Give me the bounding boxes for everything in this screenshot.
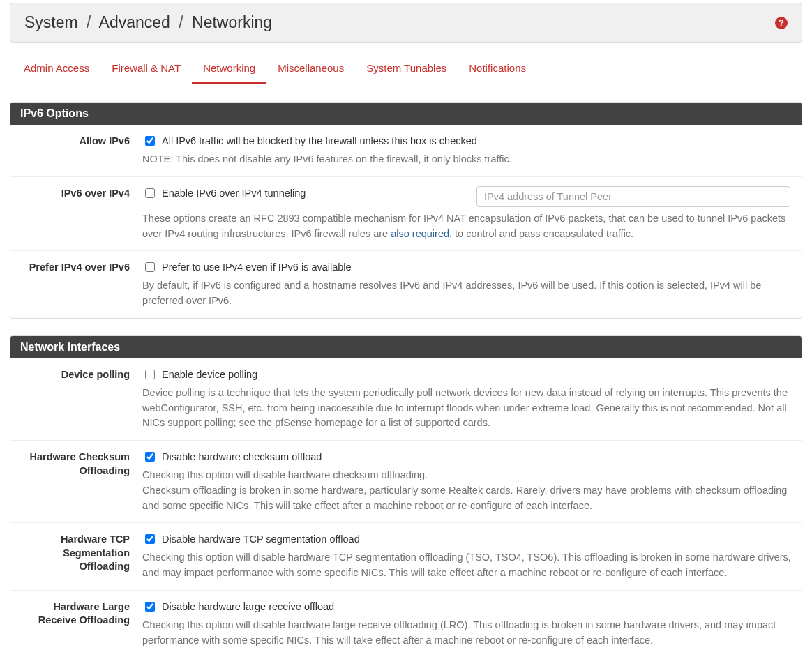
checkbox-wrap-prefer-ipv4[interactable]: Prefer to use IPv4 even if IPv6 is avail… (142, 260, 792, 274)
label-hw-lro: Hardware Large Receive Offloading (20, 600, 142, 628)
checkbox-prefer-ipv4[interactable] (145, 262, 155, 272)
checkbox-hw-tso[interactable] (145, 534, 155, 544)
breadcrumb-item-networking[interactable]: Networking (192, 13, 272, 31)
breadcrumb-separator: / (174, 13, 187, 31)
help-ipv6-over-ipv4: These options create an RFC 2893 compati… (142, 211, 792, 242)
checkbox-label-prefer-ipv4: Prefer to use IPv4 even if IPv6 is avail… (162, 261, 352, 273)
page-header: System / Advanced / Networking ? (10, 3, 802, 43)
label-device-polling: Device polling (20, 367, 142, 382)
help-hw-checksum-line1: Checking this option will disable hardwa… (142, 469, 428, 480)
row-hw-tso: Hardware TCP Segmentation Offloading Dis… (10, 522, 802, 590)
checkbox-label-hw-checksum: Disable hardware checksum offload (162, 451, 322, 462)
checkbox-wrap-ipv6-over-ipv4[interactable]: Enable IPv6 over IPv4 tunneling (142, 186, 456, 200)
help-device-polling: Device polling is a technique that lets … (142, 386, 792, 431)
label-allow-ipv6: Allow IPv6 (20, 134, 142, 149)
tab-bar: Admin Access Firewall & NAT Networking M… (10, 43, 802, 85)
help-hw-tso: Checking this option will disable hardwa… (142, 550, 792, 581)
help-prefer-ipv4: By default, if IPv6 is configured and a … (142, 278, 792, 309)
label-ipv6-over-ipv4: IPv6 over IPv4 (20, 186, 142, 201)
breadcrumb-item-advanced[interactable]: Advanced (99, 13, 170, 31)
help-hw-checksum: Checking this option will disable hardwa… (142, 468, 792, 513)
tab-firewall-nat[interactable]: Firewall & NAT (100, 55, 192, 84)
input-tunnel-peer-address[interactable] (476, 186, 790, 207)
checkbox-allow-ipv6[interactable] (145, 136, 155, 146)
checkbox-wrap-hw-tso[interactable]: Disable hardware TCP segmentation offloa… (142, 532, 792, 546)
row-ipv6-over-ipv4: IPv6 over IPv4 Enable IPv6 over IPv4 tun… (10, 176, 802, 251)
panel-network-interfaces: Network Interfaces Device polling Enable… (10, 335, 802, 652)
checkbox-wrap-allow-ipv6[interactable]: All IPv6 traffic will be blocked by the … (142, 134, 792, 148)
label-hw-checksum: Hardware Checksum Offloading (20, 450, 142, 478)
row-hw-lro: Hardware Large Receive Offloading Disabl… (10, 590, 802, 652)
help-hw-lro: Checking this option will disable hardwa… (142, 618, 792, 649)
panel-header-ipv6: IPv6 Options (10, 103, 802, 125)
breadcrumb-item-system[interactable]: System (24, 13, 78, 31)
panel-header-network-interfaces: Network Interfaces (10, 336, 802, 358)
checkbox-ipv6-over-ipv4[interactable] (145, 188, 155, 198)
link-also-required[interactable]: also required (391, 228, 449, 239)
checkbox-hw-checksum[interactable] (145, 452, 155, 462)
help-icon[interactable]: ? (775, 17, 788, 29)
help-allow-ipv6: NOTE: This does not disable any IPv6 fea… (142, 152, 792, 167)
tab-admin-access[interactable]: Admin Access (13, 55, 100, 84)
checkbox-label-ipv6-over-ipv4: Enable IPv6 over IPv4 tunneling (162, 188, 306, 199)
checkbox-label-device-polling: Enable device polling (162, 369, 257, 380)
row-prefer-ipv4: Prefer IPv4 over IPv6 Prefer to use IPv4… (10, 250, 802, 318)
row-device-polling: Device polling Enable device polling Dev… (10, 358, 802, 440)
checkbox-label-hw-tso: Disable hardware TCP segmentation offloa… (162, 533, 360, 545)
label-hw-tso: Hardware TCP Segmentation Offloading (20, 532, 142, 574)
label-prefer-ipv4: Prefer IPv4 over IPv6 (20, 260, 142, 275)
help-hw-checksum-line2: Checksum offloading is broken in some ha… (142, 485, 787, 511)
checkbox-wrap-device-polling[interactable]: Enable device polling (142, 367, 792, 381)
tab-notifications[interactable]: Notifications (458, 55, 537, 84)
help-text-post: , to control and pass encapsulated traff… (449, 228, 633, 239)
breadcrumb: System / Advanced / Networking (24, 13, 272, 32)
row-hw-checksum: Hardware Checksum Offloading Disable har… (10, 440, 802, 522)
checkbox-label-hw-lro: Disable hardware large receive offload (162, 601, 334, 612)
checkbox-device-polling[interactable] (145, 370, 155, 379)
checkbox-hw-lro[interactable] (145, 602, 155, 612)
panel-ipv6-options: IPv6 Options Allow IPv6 All IPv6 traffic… (10, 102, 802, 319)
tab-system-tunables[interactable]: System Tunables (355, 55, 458, 84)
checkbox-wrap-hw-checksum[interactable]: Disable hardware checksum offload (142, 450, 792, 464)
tab-miscellaneous[interactable]: Miscellaneous (266, 55, 355, 84)
checkbox-wrap-hw-lro[interactable]: Disable hardware large receive offload (142, 600, 792, 614)
row-allow-ipv6: Allow IPv6 All IPv6 traffic will be bloc… (10, 125, 802, 176)
breadcrumb-separator: / (82, 13, 95, 31)
tab-networking[interactable]: Networking (192, 55, 266, 84)
checkbox-label-allow-ipv6: All IPv6 traffic will be blocked by the … (162, 135, 477, 146)
